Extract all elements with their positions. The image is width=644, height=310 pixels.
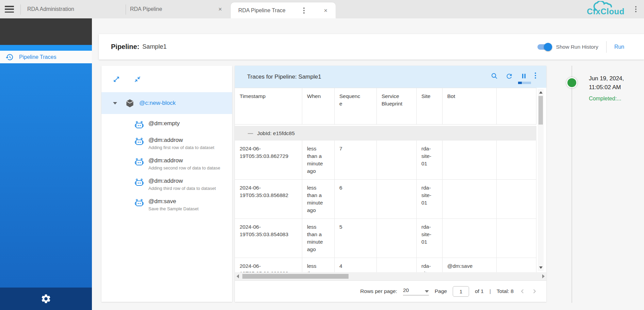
cell-timestamp: 2024-06-19T05:35:03.682823 xyxy=(240,262,291,272)
job-group-label: JobId: e15fdc85 xyxy=(257,130,295,136)
tree-node-label: @dm:empty xyxy=(148,120,180,127)
rows-per-page-select[interactable]: 20 xyxy=(403,287,429,295)
tab-rda-pipeline[interactable]: RDA Pipeline × xyxy=(126,0,229,18)
tab-label: RDA Administration xyxy=(27,6,74,12)
top-tab-bar: RDA Administration RDA Pipeline × RDA Pi… xyxy=(0,0,644,18)
toggle-knob xyxy=(544,43,552,51)
tree-node-dm-empty[interactable]: @dm:empty xyxy=(134,120,232,130)
tab-rda-administration[interactable]: RDA Administration xyxy=(22,0,126,18)
run-history-entry[interactable]: Jun 19, 2024, 11:05:02 AM Completed:... xyxy=(589,74,643,103)
show-run-history-toggle[interactable] xyxy=(537,44,551,50)
cell-site: rda-site-01 xyxy=(421,184,434,207)
sidebar-accent-strip xyxy=(0,45,92,51)
pause-icon[interactable] xyxy=(520,72,527,81)
rows-per-page-label: Rows per page: xyxy=(360,288,397,294)
kebab-icon[interactable] xyxy=(535,72,536,79)
page-input[interactable] xyxy=(453,286,469,297)
close-icon[interactable]: × xyxy=(322,7,329,14)
tab-label: RDA Pipeline Trace xyxy=(238,7,286,14)
chevron-down-icon[interactable] xyxy=(113,102,117,104)
run-status-dot[interactable] xyxy=(566,77,577,88)
pipeline-title-label: Pipeline: xyxy=(111,43,139,51)
sidebar-item-pipeline-traces[interactable]: Pipeline Traces xyxy=(0,51,92,63)
scroll-up-icon[interactable] xyxy=(539,91,543,94)
traces-title: Traces for Pipeline: Sample1 xyxy=(247,74,321,80)
browser-kebab-icon[interactable] xyxy=(635,6,637,12)
sidebar-header-block xyxy=(0,18,92,45)
cell-bot: @dm:save xyxy=(442,258,497,272)
pipeline-header-card: Pipeline: Sample1 Show Run History Run xyxy=(99,34,644,60)
cell-empty xyxy=(497,219,536,258)
tab-label: RDA Pipeline xyxy=(130,6,162,12)
traces-card: Traces for Pipeline: Sample1 Timestamp W… xyxy=(235,66,546,302)
page-of-label: of 1 xyxy=(475,288,484,294)
cell-sequence: 6 xyxy=(335,180,377,218)
pipeline-tree-card: @c:new-block @dm:empty @dm:addrow Adding… xyxy=(101,66,232,302)
tree-node-description: Save the Sample Dataset xyxy=(148,206,198,211)
cell-site: rda-site-01 xyxy=(421,145,434,167)
robot-icon xyxy=(134,198,144,208)
cell-when: less than a minute ago xyxy=(307,145,324,175)
column-header-bot[interactable]: Bot xyxy=(442,88,497,124)
page-label: Page xyxy=(435,288,447,294)
tree-node-dm-addrow-2[interactable]: @dm:addrow Adding second row of data to … xyxy=(134,157,232,170)
collapse-all-icon[interactable] xyxy=(134,76,141,84)
tree-node-label: @c:new-block xyxy=(139,100,176,107)
table-row[interactable]: 2024-06-19T05:35:03.856882 less than a m… xyxy=(235,180,536,219)
tree-node-dm-save[interactable]: @dm:save Save the Sample Dataset xyxy=(134,198,232,211)
cell-when: less than a minute ago xyxy=(307,184,324,214)
search-icon[interactable] xyxy=(491,72,498,81)
scroll-right-icon[interactable] xyxy=(542,274,545,278)
tree-node-dm-addrow-1[interactable]: @dm:addrow Adding first row of data to d… xyxy=(134,137,232,150)
cube-icon xyxy=(125,99,134,108)
cell-sequence: 7 xyxy=(335,141,377,179)
collapse-group-icon[interactable]: — xyxy=(248,130,253,136)
tree-node-new-block[interactable]: @c:new-block xyxy=(101,92,232,114)
tree-node-description: Adding third row of data to dataset xyxy=(148,186,216,191)
column-header-timestamp[interactable]: Timestamp xyxy=(235,88,302,124)
cell-service-blueprint xyxy=(377,180,417,218)
column-header-sequence[interactable]: Sequence xyxy=(335,88,377,124)
traces-table: Timestamp When Sequence Service Blueprin… xyxy=(235,88,546,272)
logo-text: CfxCloud xyxy=(587,7,625,16)
tab-rda-pipeline-trace-active[interactable]: RDA Pipeline Trace × xyxy=(231,2,336,18)
column-header-service-blueprint[interactable]: Service Blueprint xyxy=(377,88,417,124)
chevron-right-icon[interactable] xyxy=(531,288,537,294)
scroll-left-icon[interactable] xyxy=(237,274,239,278)
table-row[interactable]: 2024-06-19T05:35:03.682823 less than a m… xyxy=(235,258,536,272)
horizontal-scrollbar[interactable] xyxy=(235,272,546,280)
cell-sequence: 5 xyxy=(335,219,377,258)
table-row[interactable]: 2024-06-19T05:35:03.854083 less than a m… xyxy=(235,219,536,258)
vertical-scroll-thumb[interactable] xyxy=(538,96,543,125)
traces-header: Traces for Pipeline: Sample1 xyxy=(235,66,546,88)
chevron-left-icon[interactable] xyxy=(519,288,526,294)
cell-empty xyxy=(497,180,536,218)
run-time: 11:05:02 AM xyxy=(589,83,643,92)
vertical-scrollbar[interactable] xyxy=(538,89,544,271)
tree-node-label: @dm:addrow xyxy=(148,137,214,144)
refresh-icon[interactable] xyxy=(505,72,513,81)
close-icon[interactable]: × xyxy=(217,5,223,13)
tree-node-description: Adding second row of data to datase xyxy=(148,165,220,170)
expand-all-icon[interactable] xyxy=(113,76,120,84)
cell-bot xyxy=(442,219,497,258)
run-button[interactable]: Run xyxy=(614,44,624,50)
kebab-icon[interactable] xyxy=(303,7,305,14)
table-header-row: Timestamp When Sequence Service Blueprin… xyxy=(235,88,536,125)
tree-node-label: @dm:addrow xyxy=(148,178,216,184)
cell-bot xyxy=(442,180,497,218)
tree-node-dm-addrow-3[interactable]: @dm:addrow Adding third row of data to d… xyxy=(134,178,232,191)
robot-icon xyxy=(134,137,144,146)
job-group-row[interactable]: — JobId: e15fdc85 xyxy=(235,126,536,141)
gear-icon[interactable] xyxy=(41,293,51,304)
scroll-down-icon[interactable] xyxy=(539,266,543,269)
horizontal-scroll-thumb[interactable] xyxy=(242,274,349,279)
history-icon xyxy=(5,53,14,61)
cell-service-blueprint xyxy=(377,141,417,179)
hamburger-icon[interactable] xyxy=(5,6,14,13)
column-header-site[interactable]: Site xyxy=(417,88,442,124)
cell-empty xyxy=(497,141,536,179)
robot-icon xyxy=(134,178,144,187)
table-row[interactable]: 2024-06-19T05:35:03.862729 less than a m… xyxy=(235,141,536,180)
column-header-when[interactable]: When xyxy=(302,88,335,124)
